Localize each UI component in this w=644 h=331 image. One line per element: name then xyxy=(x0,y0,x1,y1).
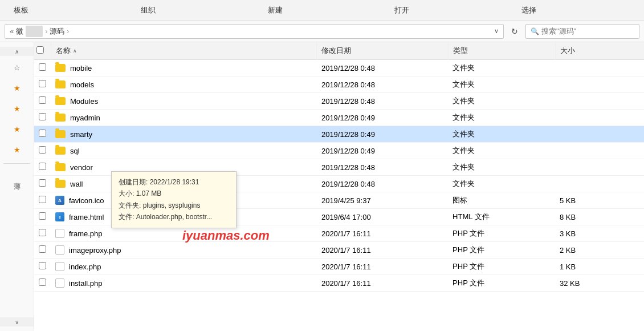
row-checkbox-cell xyxy=(34,275,51,292)
sidebar-btn-4[interactable]: ★ xyxy=(8,120,26,138)
file-type: 文件夹 xyxy=(448,159,555,176)
php-icon xyxy=(55,262,64,271)
tooltip-line1: 创建日期: 2022/1/28 19:31 xyxy=(119,176,229,188)
row-checkbox-cell xyxy=(34,176,51,192)
file-table: 名称 ∧ 修改日期 类型 大小 mobile2019/12/28 0:48文件夹… xyxy=(34,42,644,292)
row-checkbox[interactable] xyxy=(39,130,46,137)
refresh-button[interactable]: ↻ xyxy=(507,24,522,39)
file-name-cell: imageproxy.php xyxy=(51,242,317,259)
row-checkbox[interactable] xyxy=(39,212,46,220)
row-checkbox-cell xyxy=(34,60,51,76)
tooltip-line3: 文件夹: plugins, sysplugins xyxy=(119,200,229,211)
file-size xyxy=(555,143,644,159)
sidebar-btn-1[interactable]: ☆ xyxy=(8,58,26,76)
file-size: 5 KB xyxy=(555,192,644,209)
file-tooltip: 创建日期: 2022/1/28 19:31 大小: 1.07 MB 文件夹: p… xyxy=(111,171,237,228)
file-type: PHP 文件 xyxy=(448,242,555,259)
search-area[interactable]: 🔍 xyxy=(525,24,639,39)
file-size xyxy=(555,126,644,143)
toolbar-btn-open[interactable]: 打开 xyxy=(385,3,418,18)
toolbar-btn-select[interactable]: 选择 xyxy=(512,3,545,18)
file-type: HTML 文件 xyxy=(448,209,555,225)
file-size: 3 KB xyxy=(555,225,644,242)
file-date: 2019/6/4 17:00 xyxy=(317,209,448,225)
search-input[interactable] xyxy=(541,27,637,35)
file-name-text: myadmin xyxy=(70,114,100,122)
file-date: 2019/12/28 0:49 xyxy=(317,143,448,159)
sidebar-btn-5[interactable]: ★ xyxy=(8,140,26,159)
col-header-size[interactable]: 大小 xyxy=(555,42,644,60)
row-checkbox-cell xyxy=(34,209,51,225)
file-type: 文件夹 xyxy=(448,143,555,159)
tooltip-line2: 大小: 1.07 MB xyxy=(119,188,229,199)
file-name-cell: index.php xyxy=(51,259,317,275)
file-date: 2019/12/28 0:48 xyxy=(317,60,448,76)
row-checkbox[interactable] xyxy=(39,63,46,71)
file-date: 2020/1/7 16:11 xyxy=(317,259,448,275)
breadcrumb-back[interactable]: « xyxy=(10,27,14,35)
file-date: 2020/1/7 16:11 xyxy=(317,275,448,292)
col-header-date[interactable]: 修改日期 xyxy=(317,42,448,60)
toolbar-btn-new[interactable]: 新建 xyxy=(259,3,292,18)
breadcrumb-sep2: › xyxy=(67,27,69,35)
col-header-type[interactable]: 类型 xyxy=(448,42,555,60)
table-row[interactable]: install.php2020/1/7 16:11PHP 文件32 KB xyxy=(34,275,644,292)
table-row[interactable]: Modules2019/12/28 0:48文件夹 xyxy=(34,93,644,110)
table-row[interactable]: myadmin2019/12/28 0:49文件夹 xyxy=(34,110,644,126)
folder-icon xyxy=(55,147,66,155)
file-type: 文件夹 xyxy=(448,176,555,192)
row-checkbox[interactable] xyxy=(39,146,46,154)
sidebar-btn-3[interactable]: ★ xyxy=(8,99,26,118)
toolbar-btn-organize[interactable]: 组织 xyxy=(132,3,165,18)
row-checkbox[interactable] xyxy=(39,163,46,170)
row-checkbox[interactable] xyxy=(39,96,46,104)
sort-arrow-name: ∧ xyxy=(73,48,77,54)
row-checkbox-cell xyxy=(34,159,51,176)
file-date: 2019/12/28 0:48 xyxy=(317,93,448,110)
file-name-cell: install.php xyxy=(51,275,317,292)
row-checkbox[interactable] xyxy=(39,262,46,269)
search-icon: 🔍 xyxy=(531,27,539,35)
row-checkbox-cell xyxy=(34,259,51,275)
row-checkbox[interactable] xyxy=(39,229,46,236)
table-row[interactable]: smarty2019/12/28 0:49文件夹 xyxy=(34,126,644,143)
breadcrumb[interactable]: « 微 › 源码 › ∨ xyxy=(5,24,504,39)
row-checkbox-cell xyxy=(34,225,51,242)
file-name-cell: smarty xyxy=(51,126,317,143)
table-row[interactable]: models2019/12/28 0:48文件夹 xyxy=(34,76,644,93)
table-row[interactable]: imageproxy.php2020/1/7 16:11PHP 文件2 KB xyxy=(34,242,644,259)
sidebar: ∧ ☆ ★ ★ ★ ★ 薄 ∨ xyxy=(0,42,34,331)
table-row[interactable]: index.php2020/1/7 16:11PHP 文件1 KB xyxy=(34,259,644,275)
col-name-label: 名称 xyxy=(56,46,71,56)
scroll-down-button[interactable]: ∨ xyxy=(0,317,34,326)
sidebar-nav-label[interactable]: 薄 xyxy=(8,168,26,187)
row-checkbox[interactable] xyxy=(39,113,46,120)
file-date: 2020/1/7 16:11 xyxy=(317,242,448,259)
file-type: PHP 文件 xyxy=(448,225,555,242)
select-all-checkbox[interactable] xyxy=(36,46,44,54)
row-checkbox[interactable] xyxy=(39,179,46,187)
table-row[interactable]: sql2019/12/28 0:49文件夹 xyxy=(34,143,644,159)
breadcrumb-yuanma: 源码 xyxy=(50,26,64,37)
scroll-up-button[interactable]: ∧ xyxy=(0,47,34,56)
folder-icon xyxy=(55,163,66,171)
sidebar-btn-2[interactable]: ★ xyxy=(8,79,26,97)
folder-icon xyxy=(55,180,66,188)
file-name-text: vendor xyxy=(70,163,93,172)
toolbar-btn-panel[interactable]: 板板 xyxy=(5,3,38,18)
file-type: 文件夹 xyxy=(448,126,555,143)
row-checkbox[interactable] xyxy=(39,245,46,253)
file-size xyxy=(555,76,644,93)
col-header-name[interactable]: 名称 ∧ xyxy=(51,42,317,60)
file-type: 文件夹 xyxy=(448,60,555,76)
row-checkbox[interactable] xyxy=(39,196,46,203)
breadcrumb-sep1: › xyxy=(45,27,47,35)
table-row[interactable]: mobile2019/12/28 0:48文件夹 xyxy=(34,60,644,76)
file-name-text: wall xyxy=(70,180,83,188)
row-checkbox-cell xyxy=(34,76,51,93)
file-size: 8 KB xyxy=(555,209,644,225)
row-checkbox[interactable] xyxy=(39,80,46,87)
row-checkbox[interactable] xyxy=(39,278,46,286)
file-type: 文件夹 xyxy=(448,93,555,110)
checkbox-header[interactable] xyxy=(34,42,51,60)
